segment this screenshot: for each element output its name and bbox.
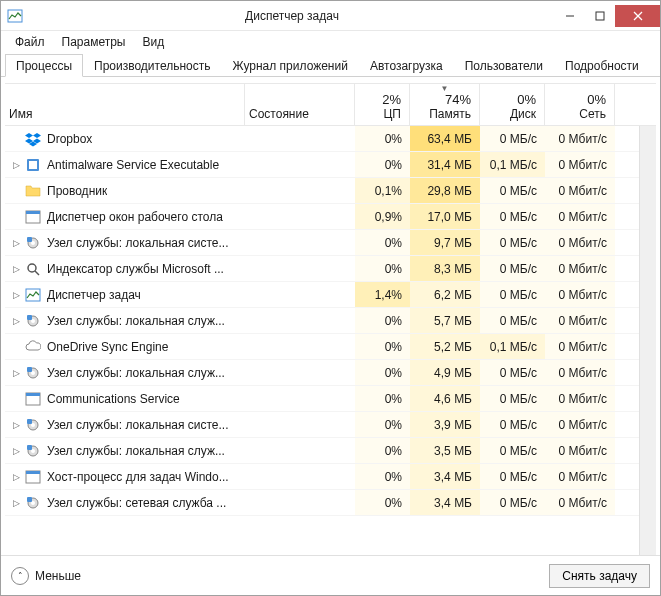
svg-rect-6 — [29, 161, 37, 169]
process-name: Проводник — [47, 184, 107, 198]
tab-0[interactable]: Процессы — [5, 54, 83, 77]
cell-disk: 0 МБ/с — [480, 412, 545, 437]
menu-file[interactable]: Файл — [7, 33, 53, 51]
cell-state — [245, 412, 355, 437]
cell-state — [245, 490, 355, 515]
process-icon — [25, 365, 41, 381]
cell-cpu: 0% — [355, 438, 410, 463]
process-row[interactable]: ▷Узел службы: локальная служ...0%4,9 МБ0… — [5, 360, 656, 386]
process-icon — [25, 417, 41, 433]
svg-rect-0 — [8, 10, 22, 22]
cell-state — [245, 282, 355, 307]
cell-network: 0 Мбит/с — [545, 230, 615, 255]
tab-4[interactable]: Пользователи — [454, 54, 554, 77]
cell-disk: 0 МБ/с — [480, 490, 545, 515]
cell-network: 0 Мбит/с — [545, 412, 615, 437]
process-row[interactable]: ▷Узел службы: сетевая служба ...0%3,4 МБ… — [5, 490, 656, 516]
cell-cpu: 0% — [355, 490, 410, 515]
cell-name: Диспетчер окон рабочего стола — [5, 204, 245, 229]
footer: ˄ Меньше Снять задачу — [1, 555, 660, 595]
process-row[interactable]: ▷Узел службы: локальная систе...0%3,9 МБ… — [5, 412, 656, 438]
process-icon — [25, 157, 41, 173]
col-network[interactable]: 0%Сеть — [545, 84, 615, 125]
process-row[interactable]: Проводник0,1%29,8 МБ0 МБ/с0 Мбит/с — [5, 178, 656, 204]
process-row[interactable]: Dropbox0%63,4 МБ0 МБ/с0 Мбит/с — [5, 126, 656, 152]
svg-rect-33 — [27, 497, 32, 502]
cell-network: 0 Мбит/с — [545, 334, 615, 359]
minimize-button[interactable] — [555, 5, 585, 27]
cell-network: 0 Мбит/с — [545, 360, 615, 385]
process-row[interactable]: ▷Antimalware Service Executable0%31,4 МБ… — [5, 152, 656, 178]
cell-cpu: 0% — [355, 334, 410, 359]
svg-rect-22 — [26, 393, 40, 396]
tab-5[interactable]: Подробности — [554, 54, 650, 77]
col-cpu[interactable]: 2%ЦП — [355, 84, 410, 125]
cell-cpu: 1,4% — [355, 282, 410, 307]
process-icon — [25, 469, 41, 485]
expand-icon[interactable]: ▷ — [9, 446, 23, 456]
process-icon — [25, 313, 41, 329]
cell-state — [245, 360, 355, 385]
menu-view[interactable]: Вид — [134, 33, 172, 51]
col-disk[interactable]: 0%Диск — [480, 84, 545, 125]
cell-disk: 0,1 МБ/с — [480, 334, 545, 359]
cell-name: ▷Узел службы: сетевая служба ... — [5, 490, 245, 515]
expand-icon[interactable]: ▷ — [9, 498, 23, 508]
cell-cpu: 0% — [355, 386, 410, 411]
cell-name: ▷Узел службы: локальная служ... — [5, 438, 245, 463]
process-list: Dropbox0%63,4 МБ0 МБ/с0 Мбит/с▷Antimalwa… — [5, 126, 656, 555]
process-icon — [25, 131, 41, 147]
expand-icon[interactable]: ▷ — [9, 368, 23, 378]
window-controls — [555, 5, 660, 27]
column-headers: Имя Состояние 2%ЦП ▼74%Память 0%Диск 0%С… — [5, 84, 656, 126]
cell-disk: 0 МБ/с — [480, 230, 545, 255]
cell-state — [245, 230, 355, 255]
expand-icon[interactable]: ▷ — [9, 264, 23, 274]
col-memory[interactable]: ▼74%Память — [410, 84, 480, 125]
cell-disk: 0 МБ/с — [480, 282, 545, 307]
tab-1[interactable]: Производительность — [83, 54, 221, 77]
tab-6[interactable]: С. — [650, 54, 661, 77]
process-row[interactable]: ▷Хост-процесс для задач Windo...0%3,4 МБ… — [5, 464, 656, 490]
col-name[interactable]: Имя — [5, 84, 245, 125]
menu-options[interactable]: Параметры — [54, 33, 134, 51]
cell-network: 0 Мбит/с — [545, 256, 615, 281]
expand-icon[interactable]: ▷ — [9, 160, 23, 170]
tab-2[interactable]: Журнал приложений — [222, 54, 359, 77]
cell-network: 0 Мбит/с — [545, 282, 615, 307]
cell-name: Dropbox — [5, 126, 245, 151]
sort-indicator-icon: ▼ — [441, 84, 449, 93]
cell-name: ▷Индексатор службы Microsoft ... — [5, 256, 245, 281]
process-row[interactable]: ▷Узел службы: локальная систе...0%9,7 МБ… — [5, 230, 656, 256]
process-row[interactable]: OneDrive Sync Engine0%5,2 МБ0,1 МБ/с0 Мб… — [5, 334, 656, 360]
process-row[interactable]: Диспетчер окон рабочего стола0,9%17,0 МБ… — [5, 204, 656, 230]
process-row[interactable]: Communications Service0%4,6 МБ0 МБ/с0 Мб… — [5, 386, 656, 412]
cell-disk: 0 МБ/с — [480, 386, 545, 411]
end-task-button[interactable]: Снять задачу — [549, 564, 650, 588]
cell-network: 0 Мбит/с — [545, 490, 615, 515]
cell-memory: 5,7 МБ — [410, 308, 480, 333]
fewer-details-button[interactable]: ˄ Меньше — [11, 567, 81, 585]
expand-icon[interactable]: ▷ — [9, 420, 23, 430]
process-name: Dropbox — [47, 132, 92, 146]
cell-memory: 17,0 МБ — [410, 204, 480, 229]
process-name: Узел службы: локальная служ... — [47, 314, 225, 328]
expand-icon[interactable]: ▷ — [9, 238, 23, 248]
close-button[interactable] — [615, 5, 660, 27]
process-row[interactable]: ▷Узел службы: локальная служ...0%3,5 МБ0… — [5, 438, 656, 464]
tab-3[interactable]: Автозагрузка — [359, 54, 454, 77]
cell-state — [245, 152, 355, 177]
cell-name: ▷Узел службы: локальная служ... — [5, 308, 245, 333]
process-row[interactable]: ▷Диспетчер задач1,4%6,2 МБ0 МБ/с0 Мбит/с — [5, 282, 656, 308]
expand-icon[interactable]: ▷ — [9, 472, 23, 482]
cell-state — [245, 438, 355, 463]
process-row[interactable]: ▷Индексатор службы Microsoft ...0%8,3 МБ… — [5, 256, 656, 282]
process-name: Диспетчер задач — [47, 288, 141, 302]
cell-name: ▷Antimalware Service Executable — [5, 152, 245, 177]
process-row[interactable]: ▷Узел службы: локальная служ...0%5,7 МБ0… — [5, 308, 656, 334]
col-state[interactable]: Состояние — [245, 84, 355, 125]
vertical-scrollbar[interactable] — [639, 126, 656, 555]
expand-icon[interactable]: ▷ — [9, 316, 23, 326]
maximize-button[interactable] — [585, 5, 615, 27]
expand-icon[interactable]: ▷ — [9, 290, 23, 300]
